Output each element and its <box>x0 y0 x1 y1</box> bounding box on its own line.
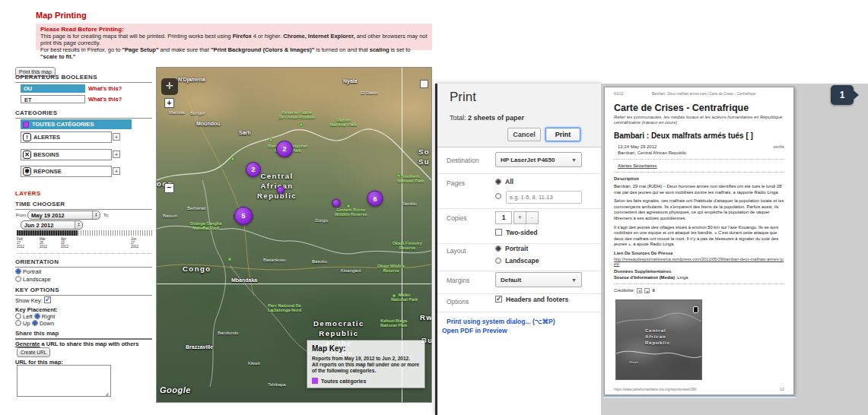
print-notice: Please Read Before Printing: This page i… <box>36 24 432 50</box>
map-label: Yambio <box>402 201 417 206</box>
key-placement-row1: Left Right <box>15 313 55 320</box>
report-cluster-marker[interactable]: 6 <box>367 191 383 207</box>
orientation-landscape-radio[interactable]: Landscape <box>15 276 51 283</box>
checkbox-icon[interactable] <box>495 296 502 303</box>
pages-all-radio[interactable]: All <box>495 178 513 185</box>
down-radio[interactable] <box>32 320 38 326</box>
asterisk-icon: ✱ <box>23 167 31 176</box>
system-dialog-link[interactable]: Print using system dialog... (⌥⌘P) <box>447 318 555 325</box>
map-url-textarea[interactable] <box>17 365 111 397</box>
up-radio[interactable] <box>15 320 21 326</box>
crisis-map[interactable]: N'DjamenaNyalaEl DaeinMarouaBongorMoundo… <box>156 67 432 403</box>
layout-portrait-radio[interactable]: Portrait <box>495 245 528 252</box>
pages-range-radio[interactable] <box>495 193 501 199</box>
overview-toggle-icon[interactable] <box>420 80 428 88</box>
map-label: Moundou <box>196 121 221 126</box>
from-date-select[interactable]: May 19 2012 ▲▼ <box>27 211 100 220</box>
open-pdf-link[interactable]: Open PDF in Preview <box>442 327 507 334</box>
report-cluster-marker[interactable] <box>332 199 341 208</box>
copies-decrement-button[interactable]: - <box>526 211 539 224</box>
destination-label: Destination <box>447 157 479 164</box>
report-meta: 13:24 May 29 2012 vérifié <box>614 144 784 149</box>
radio-icon[interactable] <box>495 258 501 264</box>
copies-input[interactable]: 1 <box>495 211 512 224</box>
two-sided-checkbox-row[interactable]: Two-sided <box>495 229 537 236</box>
category-all[interactable]: TOUTES CATÉGORIES <box>21 119 132 129</box>
credibility-count: 0 <box>652 288 654 293</box>
resize-handle-icon[interactable]: ◢ <box>105 391 109 396</box>
press-source-link: http://reseaudesjournalistesrca.wordpres… <box>614 257 784 266</box>
operator-ou[interactable]: OU <box>21 84 85 93</box>
radio-icon[interactable] <box>15 276 21 282</box>
report-cluster-marker[interactable]: 2 <box>246 162 261 177</box>
time-range-slider[interactable] <box>17 230 152 236</box>
to-label: To: <box>103 213 109 217</box>
whats-this-link-ou[interactable]: What's this? <box>88 85 122 92</box>
report-mini-map: Central African Republic Bangui <box>615 299 702 380</box>
credibility-row: Crédibilité: ▾ ▴ 0 <box>614 288 784 293</box>
category-reponse[interactable]: ✱ RÉPONSE <box>21 166 112 177</box>
margins-label: Margins <box>447 277 469 284</box>
tick-label: Apr222012 <box>61 237 68 249</box>
create-url-button[interactable]: Create URL <box>17 347 50 357</box>
divider <box>614 284 784 284</box>
description-paragraph: Bambari, 29 mai (RJDH) – Deux hommes arm… <box>614 184 784 195</box>
margins-select[interactable]: Default ▼ <box>495 272 582 287</box>
category-alertes[interactable]: ! ALERTES <box>21 131 112 143</box>
footer-url: https://www.cartehumanitaire-rca.org/rep… <box>614 388 697 391</box>
report-cluster-marker[interactable] <box>277 186 285 194</box>
zoom-out-button[interactable]: − <box>164 183 174 193</box>
map-label: Central African Republic <box>257 171 297 201</box>
print-button[interactable]: Print <box>545 128 580 141</box>
pages-range-input[interactable] <box>506 191 582 204</box>
mini-map-marker-icon <box>693 306 698 313</box>
map-label: Basankusu <box>263 258 286 262</box>
operator-et[interactable]: ET <box>21 95 85 103</box>
show-key-checkbox[interactable] <box>44 296 51 303</box>
generate-url-text[interactable]: Generate a URL to share this map with ot… <box>15 341 160 347</box>
radio-icon[interactable] <box>495 179 501 185</box>
left-radio[interactable] <box>15 313 21 319</box>
x-icon: ✕ <box>23 150 31 159</box>
chevron-down-icon: ▼ <box>571 277 577 283</box>
to-date-select[interactable]: Jun 2 2012 ▲▼ <box>21 220 83 230</box>
category-reponse-expand-button[interactable]: + <box>113 167 120 175</box>
category-alertes-expand-button[interactable]: + <box>113 133 120 141</box>
copies-increment-button[interactable]: + <box>513 211 526 224</box>
map-label: Sarh <box>239 130 251 135</box>
map-label: Bongor <box>190 111 205 116</box>
map-printing-page: Map Printing Please Read Before Printing… <box>0 0 868 415</box>
map-label: Nyala <box>343 78 358 84</box>
checkbox-icon[interactable] <box>495 229 502 236</box>
copies-label: Copies <box>447 214 466 222</box>
destination-select[interactable]: HP LaserJet P4650 ▼ <box>495 152 582 167</box>
category-besoins[interactable]: ✕ BESOINS <box>21 149 112 160</box>
cancel-button[interactable]: Cancel <box>507 128 541 141</box>
map-label: Congo <box>183 264 211 274</box>
headers-footers-checkbox-row[interactable]: Headers and footers <box>495 296 568 303</box>
notice-line1: This page is for creating maps that will… <box>40 33 428 46</box>
radio-icon[interactable] <box>15 268 21 274</box>
page-title: Map Printing <box>36 11 87 20</box>
print-preview-area: 1 6/2/12 Bambari : Deux malfrats armés t… <box>601 84 868 415</box>
doc-subtitle: Relier les communautés, les médias locau… <box>614 115 784 125</box>
category-besoins-expand-button[interactable]: + <box>113 150 120 158</box>
zoom-in-button[interactable]: + <box>164 98 174 108</box>
report-title: Bambari : Deux malfrats armés tués [ ] <box>614 131 784 140</box>
stepper-icon[interactable]: ▲▼ <box>75 221 82 229</box>
layout-landscape-radio[interactable]: Landscape <box>495 257 539 265</box>
total-sheets: Total: 2 sheets of paper <box>450 114 524 122</box>
map-pan-control[interactable]: ✛ <box>161 78 178 95</box>
stepper-icon[interactable]: ▲▼ <box>92 211 100 219</box>
map-label: So Su <box>418 147 430 166</box>
map-label: Kahuzi-Biega National Park <box>380 318 407 328</box>
chevron-down-icon: ▼ <box>571 157 577 163</box>
extra-data-label: Données Supplémentaires <box>614 269 784 274</box>
dialog-title: Print <box>450 90 476 105</box>
report-cluster-marker[interactable]: 5 <box>234 207 253 225</box>
right-radio[interactable] <box>34 313 40 319</box>
report-cluster-marker[interactable]: 2 <box>276 141 293 157</box>
radio-icon[interactable] <box>495 246 501 252</box>
whats-this-link-et[interactable]: What's this? <box>88 96 122 103</box>
orientation-portrait-radio[interactable]: Portrait <box>15 268 41 275</box>
